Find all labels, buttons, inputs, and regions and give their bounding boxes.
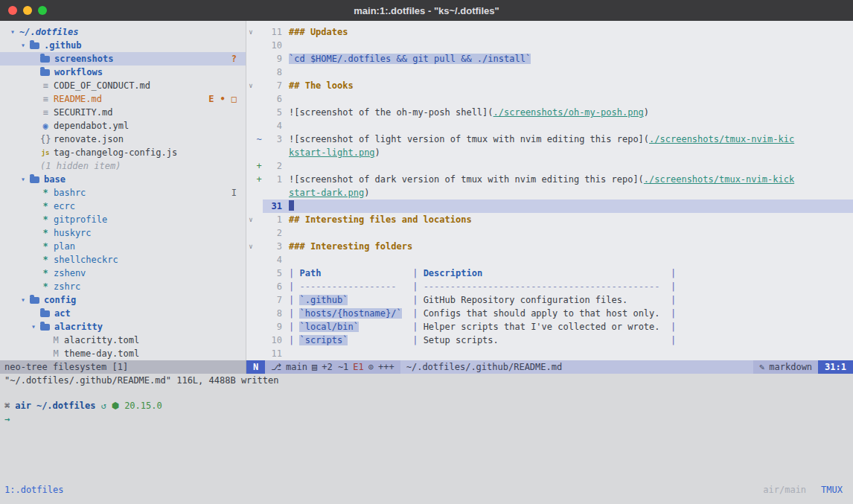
toml-file-icon: M [51, 334, 61, 347]
sign-spacer [255, 267, 263, 280]
tree-item-gitprofile[interactable]: *gitprofile [0, 213, 246, 226]
tree-item-alacritty[interactable]: ▾alacritty [0, 320, 246, 334]
line-number: 31 [263, 200, 282, 213]
editor-line[interactable]: ∨7## The looks [246, 79, 853, 92]
line-number: 8 [263, 307, 282, 320]
editor-line[interactable]: 9| `local/bin` | Helper scripts that I'v… [246, 320, 853, 334]
markdown-link[interactable]: ./screenshots/tmux-nvim-kic [649, 134, 794, 144]
sign-spacer [255, 293, 263, 307]
editor-line[interactable]: 6| ------------------ | ----------------… [246, 280, 853, 293]
fold-chevron-icon[interactable]: ∨ [246, 240, 255, 253]
window-title: main:1:.dotfiles - "ks~/.dotfiles" [0, 5, 853, 16]
line-text [282, 200, 294, 213]
tree-item-dependabot-yml[interactable]: ◉dependabot.yml [0, 119, 246, 133]
dotfile-star-icon: * [40, 200, 51, 213]
tree-item-zshrc[interactable]: *zshrc [0, 280, 246, 293]
buffer-icon: ▤ [312, 360, 317, 374]
tree-item-alacritty-toml[interactable]: Malacritty.toml [0, 334, 246, 347]
editor-line[interactable]: 5![screenshot of the oh-my-posh shell](.… [246, 106, 853, 119]
editor-line[interactable]: kstart-light.png) [246, 146, 853, 159]
tree-item-workflows[interactable]: workflows [0, 66, 246, 79]
editor-line[interactable]: +2 [246, 159, 853, 173]
tree-item-act[interactable]: act [0, 307, 246, 320]
fold-spacer [246, 267, 255, 280]
editor-line[interactable]: 31 [246, 200, 853, 213]
editor-line[interactable]: 10 [246, 39, 853, 52]
tree-item-ecrc[interactable]: *ecrc [0, 200, 246, 213]
tree-item-label: alacritty.toml [64, 334, 139, 347]
minimize-button[interactable] [23, 6, 32, 15]
editor-line[interactable]: start-dark.png) [246, 186, 853, 200]
tree-item-code-of-conduct-md[interactable]: ≡CODE_OF_CONDUCT.md [0, 79, 246, 92]
editor-line[interactable]: +1![screenshot of dark version of tmux w… [246, 173, 853, 186]
tree-item-label: theme-day.toml [64, 347, 139, 360]
shell-area[interactable]: ⌘ air ~/.dotfiles ↺ ⬢ 20.15.0 → [0, 387, 853, 482]
editor-line[interactable]: ∨3### Interesting folders [246, 240, 853, 253]
tree-item-theme-day-toml[interactable]: Mtheme-day.toml [0, 347, 246, 360]
tree-item-renovate-json[interactable]: {}renovate.json [0, 133, 246, 146]
expander-icon[interactable]: ▾ [28, 320, 39, 334]
fold-spacer [246, 253, 255, 267]
tree-item-security-md[interactable]: ≡SECURITY.md [0, 106, 246, 119]
editor-line[interactable]: ∨1## Interesting files and locations [246, 213, 853, 226]
tree-item-tag-changelog-config-js[interactable]: jstag-changelog-config.js [0, 146, 246, 159]
line-number: 1 [263, 173, 282, 186]
tree-item-bashrc[interactable]: *bashrcI [0, 186, 246, 200]
editor-line[interactable]: ~3![screenshot of light version of tmux … [246, 133, 853, 146]
cursor [289, 200, 294, 211]
apple-icon: ⌘ [4, 399, 10, 412]
text-segment: | [671, 295, 676, 305]
editor-line[interactable]: 6 [246, 92, 853, 106]
tree-item-config[interactable]: ▾config [0, 293, 246, 307]
markdown-link[interactable]: start-dark.png [289, 188, 364, 198]
line-number: 11 [263, 347, 282, 360]
tree-item-zshenv[interactable]: *zshenv [0, 267, 246, 280]
editor-line[interactable]: 8| `hosts/{hostname}/` | Configs that sh… [246, 307, 853, 320]
tree-item-shellcheckrc[interactable]: *shellcheckrc [0, 253, 246, 267]
text-segment: Description [424, 268, 482, 278]
editor-line[interactable]: 4 [246, 253, 853, 267]
tree-item-base[interactable]: ▾base [0, 173, 246, 186]
tree-item-plan[interactable]: *plan [0, 240, 246, 253]
fold-chevron-icon[interactable]: ∨ [246, 25, 255, 39]
tree-item-1-hidden-item[interactable]: (1 hidden item) [0, 159, 246, 173]
editor-line[interactable]: 8 [246, 66, 853, 79]
fold-chevron-icon[interactable]: ∨ [246, 79, 255, 92]
line-text [282, 253, 289, 267]
markdown-link[interactable]: kstart-light.png [289, 147, 375, 158]
shell-input-line[interactable]: → [4, 412, 849, 426]
sign-spacer [255, 320, 263, 334]
toml-file-icon: M [51, 347, 61, 360]
editor-line[interactable]: 4 [246, 119, 853, 133]
close-button[interactable] [8, 6, 17, 15]
tree-item-badges: ? [231, 52, 246, 66]
editor-line[interactable]: 9`cd $HOME/.dotfiles && git pull && ./in… [246, 52, 853, 66]
fold-spacer [246, 293, 255, 307]
tree-item-screenshots[interactable]: screenshots? [0, 52, 246, 66]
text-segment: ) [375, 147, 380, 158]
editor-line[interactable]: 2 [246, 226, 853, 240]
fold-chevron-icon[interactable]: ∨ [246, 213, 255, 226]
tree-item-dotfiles[interactable]: ▾~/.dotfiles [0, 25, 246, 39]
expander-icon[interactable]: ▾ [7, 25, 18, 39]
editor-pane[interactable]: ∨11### Updates109`cd $HOME/.dotfiles && … [246, 21, 853, 360]
git-sign: + [255, 173, 263, 186]
line-number: 1 [263, 213, 282, 226]
text-segment: | [671, 335, 676, 345]
fullscreen-button[interactable] [38, 6, 47, 15]
tree-item-huskyrc[interactable]: *huskyrc [0, 226, 246, 240]
editor-line[interactable]: 5| Path | Description | [246, 267, 853, 280]
markdown-link[interactable]: ./screenshots/oh-my-posh.png [493, 107, 644, 118]
tree-item-label: huskyrc [54, 226, 92, 240]
expander-icon[interactable]: ▾ [18, 39, 28, 52]
tree-item-readme-md[interactable]: ≡README.mdE•□ [0, 92, 246, 106]
tmux-window-tab[interactable]: 1:.dotfiles [4, 483, 63, 497]
editor-line[interactable]: 11 [246, 347, 853, 360]
expander-icon[interactable]: ▾ [18, 173, 28, 186]
expander-icon[interactable]: ▾ [18, 293, 28, 307]
editor-line[interactable]: 7| `.github` | GitHub Repository configu… [246, 293, 853, 307]
tree-item-github[interactable]: ▾.github [0, 39, 246, 52]
editor-line[interactable]: 10| `scripts` | Setup scripts. | [246, 334, 853, 347]
editor-line[interactable]: ∨11### Updates [246, 25, 853, 39]
markdown-link[interactable]: ./screenshots/tmux-nvim-kick [644, 174, 794, 185]
